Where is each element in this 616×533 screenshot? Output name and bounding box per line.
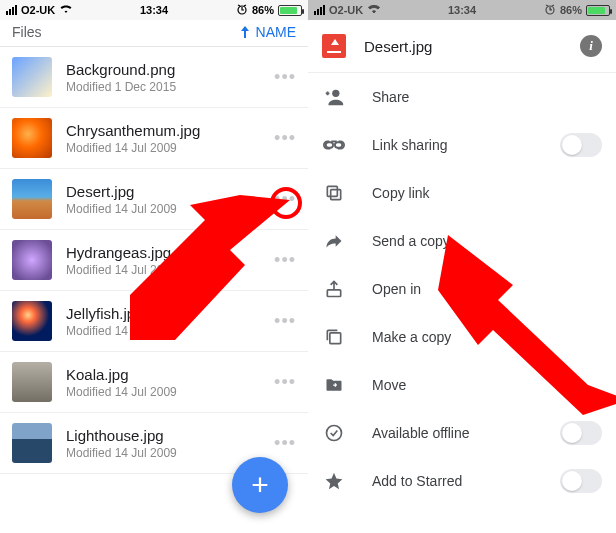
action-label: Add to Starred <box>372 473 462 489</box>
action-label: Share <box>372 89 409 105</box>
add-button[interactable]: + <box>232 457 288 513</box>
list-header: Files NAME <box>0 20 308 47</box>
offline-icon <box>322 423 346 443</box>
signal-icon <box>6 5 17 15</box>
person-add-icon <box>322 86 346 108</box>
file-modified: Modified 1 Dec 2015 <box>66 80 272 94</box>
carrier-label: O2-UK <box>329 4 363 16</box>
sort-button[interactable]: NAME <box>240 24 296 40</box>
svg-rect-6 <box>331 190 341 200</box>
files-list-screen: O2-UK 13:34 86% Files NAME Background.pn… <box>0 0 308 533</box>
battery-percent: 86% <box>252 4 274 16</box>
link-sharing-toggle[interactable] <box>560 133 602 157</box>
copy-link-action[interactable]: Copy link <box>308 169 616 217</box>
file-name: Background.png <box>66 61 272 78</box>
file-thumbnail <box>12 240 52 280</box>
file-name: Chrysanthemum.jpg <box>66 122 272 139</box>
star-icon <box>322 471 346 491</box>
link-icon <box>322 134 346 156</box>
svg-rect-4 <box>326 142 333 148</box>
wifi-icon <box>367 4 381 16</box>
battery-icon <box>278 5 302 16</box>
link-sharing-action[interactable]: Link sharing <box>308 121 616 169</box>
file-thumbnail <box>12 57 52 97</box>
arrow-up-icon <box>240 26 250 38</box>
carrier-label: O2-UK <box>21 4 55 16</box>
available-offline-action[interactable]: Available offline <box>308 409 616 457</box>
folder-move-icon <box>322 375 346 395</box>
wifi-icon <box>59 4 73 16</box>
info-button[interactable]: i <box>580 35 602 57</box>
action-label: Link sharing <box>372 137 448 153</box>
svg-point-3 <box>332 90 339 97</box>
duplicate-icon <box>322 327 346 347</box>
file-thumbnail <box>12 118 52 158</box>
action-label: Available offline <box>372 425 470 441</box>
annotation-arrow <box>130 195 300 345</box>
file-thumbnail <box>12 423 52 463</box>
file-thumbnail <box>12 179 52 219</box>
send-icon <box>322 231 346 251</box>
file-modified: Modified 14 Jul 2009 <box>66 446 272 460</box>
section-title: Files <box>12 24 42 40</box>
svg-rect-9 <box>330 333 341 344</box>
alarm-icon <box>236 3 248 17</box>
sort-label: NAME <box>256 24 296 40</box>
svg-rect-8 <box>327 290 340 297</box>
open-in-icon <box>322 279 346 299</box>
more-icon[interactable]: ••• <box>272 372 296 393</box>
svg-marker-11 <box>438 235 616 415</box>
sheet-header: Desert.jpg i <box>308 20 616 73</box>
svg-marker-1 <box>130 195 290 340</box>
file-name: Koala.jpg <box>66 366 272 383</box>
annotation-arrow <box>438 235 616 415</box>
more-icon[interactable]: ••• <box>272 128 296 149</box>
action-label: Open in <box>372 281 421 297</box>
svg-rect-5 <box>335 142 342 148</box>
alarm-icon <box>544 3 556 17</box>
copy-icon <box>322 183 346 203</box>
file-thumbnail <box>12 301 52 341</box>
svg-rect-7 <box>327 186 337 196</box>
battery-percent: 86% <box>560 4 582 16</box>
add-starred-action[interactable]: Add to Starred <box>308 457 616 505</box>
starred-toggle[interactable] <box>560 469 602 493</box>
status-bar: O2-UK 13:34 86% <box>308 0 616 20</box>
more-icon[interactable]: ••• <box>272 433 296 454</box>
file-name: Lighthouse.jpg <box>66 427 272 444</box>
file-row[interactable]: Chrysanthemum.jpg Modified 14 Jul 2009 •… <box>0 108 308 169</box>
file-modified: Modified 14 Jul 2009 <box>66 141 272 155</box>
image-file-icon <box>322 34 346 58</box>
signal-icon <box>314 5 325 15</box>
svg-point-10 <box>327 426 342 441</box>
file-row[interactable]: Background.png Modified 1 Dec 2015 ••• <box>0 47 308 108</box>
action-label: Move <box>372 377 406 393</box>
file-actions-sheet: O2-UK 13:34 86% Desert.jpg i Share Link <box>308 0 616 533</box>
action-label: Copy link <box>372 185 430 201</box>
file-modified: Modified 14 Jul 2009 <box>66 385 272 399</box>
sheet-title: Desert.jpg <box>364 38 580 55</box>
more-icon[interactable]: ••• <box>272 67 296 88</box>
plus-icon: + <box>251 468 269 502</box>
file-thumbnail <box>12 362 52 402</box>
battery-icon <box>586 5 610 16</box>
offline-toggle[interactable] <box>560 421 602 445</box>
file-row[interactable]: Koala.jpg Modified 14 Jul 2009 ••• <box>0 352 308 413</box>
status-bar: O2-UK 13:34 86% <box>0 0 308 20</box>
share-action[interactable]: Share <box>308 73 616 121</box>
